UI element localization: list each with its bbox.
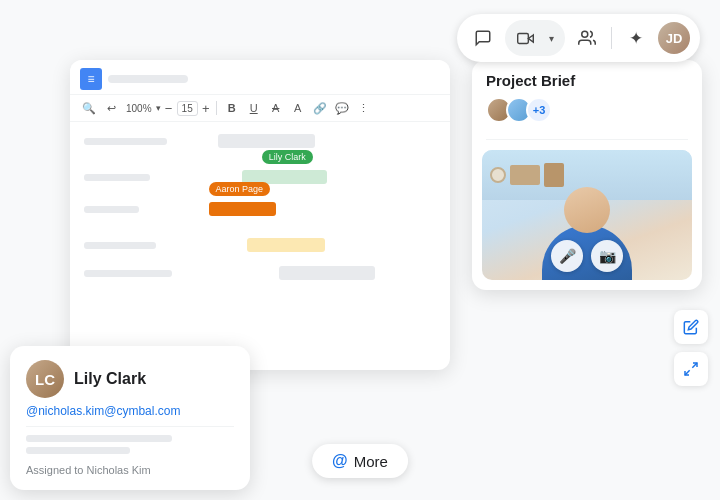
profile-avatar: LC — [26, 360, 64, 398]
profile-email[interactable]: @nicholas.kim@cymbal.com — [26, 404, 234, 418]
gantt-bar-area — [194, 132, 436, 150]
lily-clark-tag: Lily Clark — [262, 150, 313, 164]
aaron-page-tag-text: Aaron Page — [216, 184, 264, 194]
kitchen-shelf-2 — [544, 163, 564, 187]
link-tool[interactable]: 🔗 — [311, 99, 329, 117]
comment-tool[interactable]: 💬 — [333, 99, 351, 117]
strikethrough-tool[interactable]: A — [267, 99, 285, 117]
brief-header: Project Brief +3 — [472, 60, 702, 139]
sparkle-icon[interactable]: ✦ — [620, 22, 652, 54]
underline-tool[interactable]: U — [245, 99, 263, 117]
video-feed: 🎤 📷 — [482, 150, 692, 280]
edit-action-button[interactable] — [674, 310, 708, 344]
docs-logo-icon: ≡ — [87, 72, 94, 86]
gantt-label-line — [84, 270, 172, 277]
plus-tool[interactable]: + — [202, 99, 210, 117]
profile-initials: LC — [35, 371, 55, 388]
camera-button[interactable]: 📷 — [591, 240, 623, 272]
brief-divider — [486, 139, 688, 140]
gantt-row-5 — [84, 264, 436, 282]
profile-lines — [26, 435, 234, 454]
bold-tool[interactable]: B — [223, 99, 241, 117]
gantt-bar-area-aaron: Aaron Page — [194, 200, 436, 218]
color-tool[interactable]: A — [289, 99, 307, 117]
profile-assigned-text: Assigned to Nicholas Kim — [26, 464, 234, 476]
aaron-page-tag: Aaron Page — [209, 182, 271, 196]
camera-icon[interactable] — [509, 22, 541, 54]
gantt-label-line — [84, 174, 150, 181]
svg-rect-1 — [517, 33, 528, 43]
brief-avatars: +3 — [486, 97, 688, 123]
gantt-label-line — [84, 138, 167, 145]
docs-title-placeholder — [108, 75, 188, 83]
chat-icon[interactable] — [467, 22, 499, 54]
more-button[interactable]: @ More — [312, 444, 408, 478]
person-head — [564, 187, 610, 233]
font-size-tool[interactable]: 15 — [177, 101, 198, 116]
gantt-label-line — [84, 206, 139, 213]
more-label: More — [354, 453, 388, 470]
project-brief-panel: Project Brief +3 🎤 📷 — [472, 60, 702, 290]
side-actions — [674, 310, 708, 386]
profile-name: Lily Clark — [74, 370, 146, 388]
brief-avatar-count: +3 — [526, 97, 552, 123]
gantt-bar-area-5 — [194, 264, 436, 282]
gantt-bar-gray2 — [279, 266, 376, 280]
user-avatar[interactable]: JD — [658, 22, 690, 54]
gantt-bar-orange — [209, 202, 277, 216]
project-brief-title: Project Brief — [486, 72, 688, 89]
undo-tool[interactable]: ↩ — [102, 99, 120, 117]
docs-logo: ≡ — [80, 68, 102, 90]
mute-button[interactable]: 🎤 — [551, 240, 583, 272]
gantt-row-4 — [84, 236, 436, 254]
camera-dropdown-icon[interactable]: ▾ — [543, 22, 559, 54]
svg-point-2 — [582, 31, 588, 37]
people-icon[interactable] — [571, 22, 603, 54]
profile-line-1 — [26, 435, 172, 442]
tb-sep1 — [216, 101, 217, 115]
zoom-label: 100% — [124, 103, 154, 114]
search-tool[interactable]: 🔍 — [80, 99, 98, 117]
docs-content: Lily Clark Aaron Page — [70, 122, 450, 300]
gantt-bar — [218, 134, 315, 148]
profile-card-top: LC Lily Clark — [26, 360, 234, 398]
docs-window: ≡ 🔍 ↩ 100% ▾ − 15 + B U A A 🔗 💬 ⋮ — [70, 60, 450, 370]
camera-group[interactable]: ▾ — [505, 20, 565, 56]
lily-clark-tag-text: Lily Clark — [269, 152, 306, 162]
video-controls: 🎤 📷 — [551, 240, 623, 272]
gantt-label-line — [84, 242, 156, 249]
toolbar-divider — [611, 27, 612, 49]
svg-marker-0 — [528, 34, 533, 41]
zoom-arrow[interactable]: ▾ — [156, 103, 161, 113]
gantt-row — [84, 132, 436, 150]
minus-tool[interactable]: − — [165, 99, 173, 117]
docs-toolbar: 🔍 ↩ 100% ▾ − 15 + B U A A 🔗 💬 ⋮ — [70, 95, 450, 122]
profile-card: LC Lily Clark @nicholas.kim@cymbal.com A… — [10, 346, 250, 490]
gantt-bar-area-4 — [194, 236, 436, 254]
expand-action-button[interactable] — [674, 352, 708, 386]
at-symbol: @ — [332, 452, 348, 470]
docs-header: ≡ — [70, 60, 450, 95]
avatar-initials: JD — [666, 31, 683, 46]
profile-line-2 — [26, 447, 130, 454]
gantt-row-aaron: Aaron Page — [84, 200, 436, 218]
more-tool[interactable]: ⋮ — [355, 99, 373, 117]
kitchen-clock — [490, 167, 506, 183]
profile-divider — [26, 426, 234, 427]
gantt-bar-yellow — [247, 238, 324, 252]
meet-toolbar: ▾ ✦ JD — [457, 14, 700, 62]
kitchen-shelf — [510, 165, 540, 185]
